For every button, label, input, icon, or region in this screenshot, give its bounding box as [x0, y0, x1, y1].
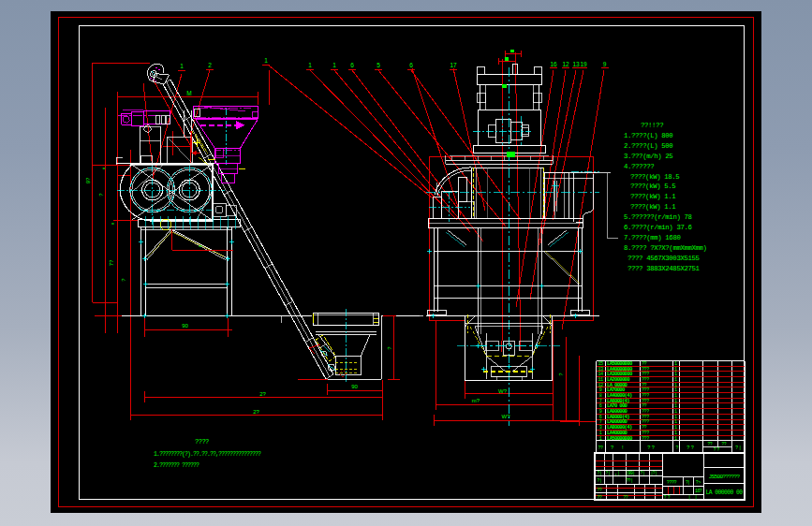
svg-text:?: ?: [611, 445, 613, 450]
svg-text:=: =: [111, 221, 114, 226]
svg-text:??|: ??|: [626, 478, 632, 483]
svg-text:M: M: [186, 90, 191, 96]
svg-text:??: ??: [598, 495, 602, 500]
svg-text:=: =: [103, 166, 106, 171]
svg-text:8.???? ?X?X?(mmXmmXmm): 8.???? ?X?X?(mmXmmXmm): [624, 244, 707, 252]
svg-text:?>: ?>: [696, 479, 701, 485]
svg-text:W?: W?: [502, 414, 511, 419]
svg-text:??: ??: [721, 442, 727, 446]
svg-text:9: 9: [603, 61, 607, 67]
svg-text:???? 4567X3003X5155: ???? 4567X3003X5155: [627, 255, 700, 262]
svg-text:LA 000000 00: LA 000000 00: [706, 489, 744, 496]
svg-text:3.???(m/h) 25: 3.???(m/h) 25: [624, 153, 672, 160]
svg-text:2?: 2?: [253, 409, 259, 415]
svg-text:90: 90: [351, 384, 358, 389]
svg-text:???? 3883X2485X2751: ???? 3883X2485X2751: [627, 265, 701, 272]
svg-text:1.????(L) 800: 1.????(L) 800: [624, 132, 672, 139]
svg-text:??: ??: [598, 446, 603, 451]
svg-text:16: 16: [550, 61, 557, 67]
svg-text:?|: ?|: [606, 471, 611, 475]
svg-text:12: 12: [562, 61, 569, 67]
svg-text:7.????(mm) 1680: 7.????(mm) 1680: [624, 234, 680, 241]
svg-text:????(kW) 1.1: ????(kW) 1.1: [630, 203, 676, 211]
svg-text:2: 2: [208, 62, 212, 68]
svg-text:1: 1: [180, 63, 184, 69]
svg-text:????(kW) 5.5: ????(kW) 5.5: [630, 183, 675, 190]
svg-text:m?: m?: [472, 398, 480, 403]
svg-text:4.??????: 4.??????: [624, 163, 654, 170]
svg-text:??: ??: [598, 488, 602, 492]
svg-text:2.??????? ??????: 2.??????? ??????: [154, 462, 199, 469]
svg-text:5.??????(r/min) 78: 5.??????(r/min) 78: [624, 213, 692, 221]
svg-text:17: 17: [450, 62, 457, 68]
svg-text:5: 5: [376, 62, 380, 68]
svg-text:? ?: ? ?: [714, 447, 720, 452]
svg-text:|99|: |99|: [626, 471, 635, 475]
svg-text:=: =: [199, 243, 202, 249]
svg-text:?|: ?|: [686, 479, 689, 485]
svg-text:???: ???: [642, 436, 649, 442]
svg-text:|: |: [688, 495, 689, 500]
svg-text:?|: ?|: [641, 471, 645, 475]
svg-text:?: ?: [676, 445, 679, 450]
svg-text:????(kW) 1.1: ????(kW) 1.1: [630, 193, 676, 200]
svg-text:1: 1: [332, 62, 336, 68]
svg-text:9?: 9?: [85, 177, 91, 183]
svg-text:|?|: |?|: [650, 471, 657, 475]
svg-text:6.????(r/min) 37.6: 6.????(r/min) 37.6: [624, 224, 692, 231]
svg-text:?|: ?|: [598, 478, 602, 483]
svg-text:90: 90: [182, 323, 188, 329]
svg-text:7?: 7?: [109, 259, 114, 266]
svg-text:LA50000000: LA50000000: [607, 435, 633, 442]
svg-text:?|: ?|: [598, 471, 602, 475]
svg-text:JS500??????: JS500??????: [708, 474, 740, 480]
svg-text:??!!??: ??!!??: [641, 122, 663, 129]
svg-text:??: ??: [707, 442, 713, 446]
svg-text:19: 19: [580, 61, 587, 67]
svg-text:????: ????: [195, 438, 209, 446]
svg-text:??: ??: [624, 495, 628, 500]
svg-text:16?: 16?: [695, 489, 702, 494]
svg-text:? |: ? |: [735, 445, 740, 450]
svg-text:1: 1: [599, 436, 602, 442]
svg-text:13: 13: [572, 61, 580, 67]
svg-text:? ?: ? ?: [687, 445, 694, 450]
svg-text:1: 1: [674, 436, 677, 442]
svg-text:????(kW) 18.5: ????(kW) 18.5: [630, 173, 679, 181]
svg-text:W?: W?: [498, 388, 508, 394]
svg-text:1: 1: [264, 57, 268, 64]
svg-text:1.????????(?).??.??.??,???????: 1.????????(?).??.??.??,???????????????: [154, 451, 261, 458]
svg-text:1: 1: [308, 62, 312, 68]
svg-text:6: 6: [409, 62, 413, 68]
svg-text:2?: 2?: [259, 391, 266, 397]
svg-text:2.????(L) 500: 2.????(L) 500: [624, 142, 672, 150]
svg-text:,|: ,|: [615, 471, 620, 475]
svg-text:|: |: [695, 495, 696, 500]
svg-text:6: 6: [350, 62, 354, 68]
svg-text:????: ????: [667, 480, 677, 486]
svg-text:? ?: ? ?: [664, 495, 671, 500]
svg-text:? ?: ? ?: [647, 445, 655, 450]
